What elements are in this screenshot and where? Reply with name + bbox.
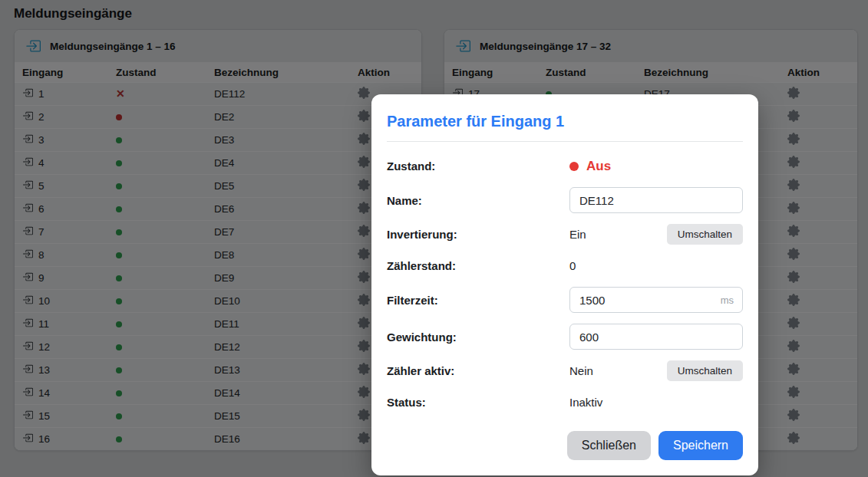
zaehler-aktiv-label: Zähler aktiv: — [387, 364, 569, 377]
gewichtung-label: Gewichtung: — [387, 331, 569, 344]
field-zustand: Zustand: Aus — [387, 156, 743, 176]
name-input[interactable] — [569, 187, 743, 213]
zustand-label: Zustand: — [387, 160, 569, 173]
field-name: Name: — [387, 187, 743, 213]
divider — [387, 141, 743, 142]
invertierung-toggle-button[interactable]: Umschalten — [667, 224, 743, 245]
field-invertierung: Invertierung: Ein Umschalten — [387, 224, 743, 245]
field-zaehler-aktiv: Zähler aktiv: Nein Umschalten — [387, 360, 743, 381]
invertierung-label: Invertierung: — [387, 228, 569, 241]
field-status: Status: Inaktiv — [387, 392, 743, 413]
state-off-dot-icon — [569, 162, 579, 171]
gewichtung-input[interactable] — [569, 324, 743, 350]
filterzeit-input[interactable] — [569, 287, 743, 313]
status-value: Inaktiv — [569, 396, 743, 409]
dialog-footer: Schließen Speichern — [387, 431, 743, 460]
invertierung-value: Ein — [569, 228, 586, 241]
status-label: Status: — [387, 396, 569, 409]
zaehlerstand-label: Zählerstand: — [387, 259, 569, 272]
parameter-dialog: Parameter für Eingang 1 Zustand: Aus Nam… — [371, 94, 758, 475]
field-zaehlerstand: Zählerstand: 0 — [387, 255, 743, 276]
zustand-value: Aus — [586, 159, 611, 174]
field-filterzeit: Filterzeit: ms — [387, 287, 743, 313]
save-button[interactable]: Speichern — [658, 431, 743, 460]
name-label: Name: — [387, 194, 569, 207]
zaehler-aktiv-toggle-button[interactable]: Umschalten — [667, 360, 743, 381]
zaehlerstand-value: 0 — [569, 259, 743, 272]
dialog-title: Parameter für Eingang 1 — [387, 113, 743, 130]
filterzeit-label: Filterzeit: — [387, 294, 569, 307]
field-gewichtung: Gewichtung: — [387, 324, 743, 350]
close-button[interactable]: Schließen — [567, 431, 651, 460]
zaehler-aktiv-value: Nein — [569, 364, 593, 377]
